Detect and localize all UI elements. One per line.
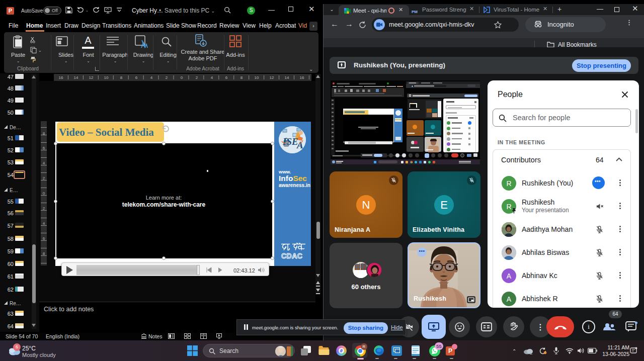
svg-text:IS: IS xyxy=(282,136,292,147)
